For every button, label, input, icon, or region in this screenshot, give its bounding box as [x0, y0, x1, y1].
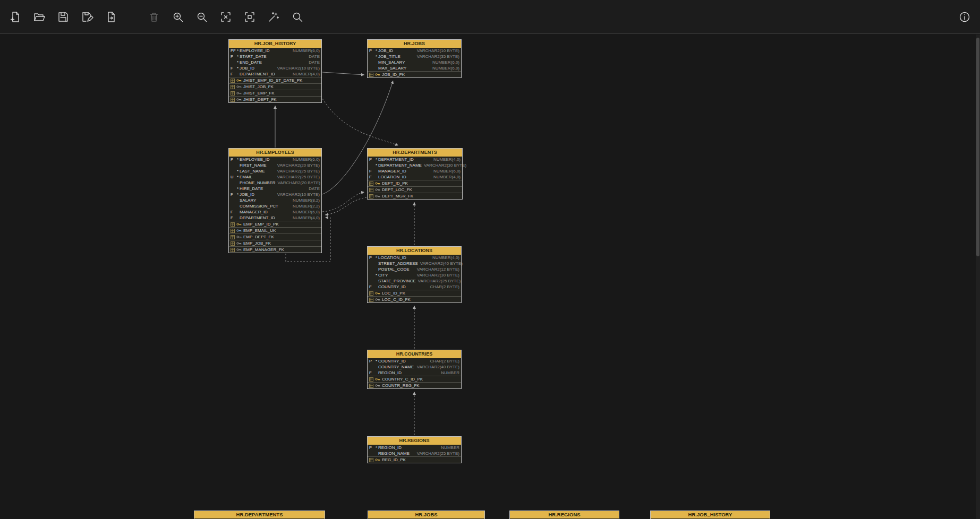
key-name: COUNTRY_C_ID_PK	[382, 377, 423, 382]
column-type: NUMBER(6,0)	[431, 169, 461, 174]
column-name: REGION_NAME	[378, 451, 410, 456]
key-row: JHIST_EMP_FK	[229, 90, 321, 96]
table-title: HR.EMPLOYEES	[229, 149, 321, 157]
column-flags: F	[231, 192, 237, 197]
entity-table-hr-job-history[interactable]: HR.JOB_HISTORYPF*EMPLOYEE_IDNUMBER(6,0)P…	[228, 39, 322, 103]
column-flags: P	[231, 157, 237, 162]
column-name: MIN_SALARY	[378, 60, 405, 65]
column-type: NUMBER(6,0)	[430, 66, 459, 71]
new-diagram-button[interactable]	[5, 7, 25, 27]
key-row: LOC_ID_PK	[368, 290, 461, 296]
save-icon	[57, 11, 70, 23]
column-name: EMAIL	[240, 175, 252, 179]
column-flags: P	[231, 54, 237, 59]
column-name: FIRST_NAME	[240, 163, 267, 168]
delete-button[interactable]	[144, 7, 164, 27]
column-row: P*COUNTRY_IDCHAR(2 BYTE)	[368, 358, 461, 364]
entity-table-hr-regions[interactable]: HR.REGIONSP*REGION_IDNUMBERREGION_NAMEVA…	[367, 436, 462, 463]
connector-jhist-job-fk[interactable]	[322, 72, 364, 75]
relationship-layer	[0, 0, 980, 519]
fk-key-icon	[375, 187, 380, 192]
key-name: JOB_ID_PK	[382, 72, 405, 77]
column-type: VARCHAR2(10 BYTE)	[415, 48, 459, 53]
column-flags: F	[231, 210, 237, 214]
index-grid-icon	[369, 458, 373, 462]
column-flags: P	[369, 255, 376, 260]
entity-table-hr-countries[interactable]: HR.COUNTRIESP*COUNTRY_IDCHAR(2 BYTE)COUN…	[367, 350, 462, 389]
key-name: EMP_JOB_FK	[243, 241, 271, 246]
column-row: COMMISSION_PCTNUMBER(2,2)	[229, 203, 321, 209]
column-row: FIRST_NAMEVARCHAR2(20 BYTE)	[229, 162, 321, 168]
column-row: MIN_SALARYNUMBER(6,0)	[368, 59, 461, 65]
column-type: VARCHAR2(40 BYTE)	[418, 261, 463, 266]
pk-key-icon	[375, 291, 380, 296]
column-type: NUMBER(6,0)	[291, 157, 320, 162]
index-grid-icon	[231, 98, 235, 102]
key-row: JHIST_EMP_ID_ST_DATE_PK	[229, 77, 321, 83]
connector-emp-dept-fk[interactable]	[322, 192, 364, 212]
column-type: NUMBER(4,0)	[431, 175, 461, 179]
index-grid-icon	[369, 188, 373, 192]
new-diagram-icon	[9, 11, 22, 23]
zoom-out-icon	[195, 11, 208, 23]
column-name: EMPLOYEE_ID	[240, 48, 269, 53]
entity-table-hr-locations[interactable]: HR.LOCATIONSP*LOCATION_IDNUMBER(4,0)STRE…	[367, 246, 462, 303]
key-name: DEPT_MGR_FK	[382, 194, 413, 198]
zoom-in-button[interactable]	[168, 7, 188, 27]
auto-layout-button[interactable]	[263, 7, 284, 27]
vertical-scrollbar[interactable]	[976, 34, 980, 519]
fit-screen-button[interactable]	[240, 7, 260, 27]
index-grid-icon	[231, 91, 235, 96]
key-row: COUNTR_REG_FK	[368, 382, 461, 388]
entity-table-partial-hr-jobs[interactable]: HR.JOBS	[368, 511, 485, 519]
column-flags: F	[231, 215, 237, 220]
auto-layout-icon	[267, 11, 280, 23]
column-type: CHAR(2 BYTE)	[428, 359, 459, 364]
entity-table-hr-employees[interactable]: HR.EMPLOYEESP*EMPLOYEE_IDNUMBER(6,0)FIRS…	[228, 148, 322, 253]
column-name: JOB_TITLE	[378, 54, 400, 59]
fit-screen-icon	[243, 11, 256, 23]
column-row: PHONE_NUMBERVARCHAR2(20 BYTE)	[229, 180, 321, 186]
open-button[interactable]	[29, 7, 49, 27]
column-row: MAX_SALARYNUMBER(6,0)	[368, 65, 461, 71]
column-name: DEPARTMENT_ID	[240, 215, 275, 220]
connector-dept-mgr-fk[interactable]	[325, 197, 367, 215]
key-row: REG_ID_PK	[368, 456, 461, 463]
save-button[interactable]	[53, 7, 73, 27]
entity-table-hr-departments[interactable]: HR.DEPARTMENTSP*DEPARTMENT_IDNUMBER(4,0)…	[367, 148, 463, 200]
column-type: VARCHAR2(20 BYTE)	[275, 163, 320, 168]
column-type: VARCHAR2(10 BYTE)	[275, 192, 320, 197]
column-name: POSTAL_CODE	[378, 267, 410, 272]
entity-table-hr-jobs[interactable]: HR.JOBSP*JOB_IDVARCHAR2(10 BYTE)*JOB_TIT…	[367, 39, 462, 78]
entity-table-partial-hr-departments[interactable]: HR.DEPARTMENTS	[194, 511, 325, 519]
column-name: EMPLOYEE_ID	[240, 157, 269, 162]
column-flags: F	[369, 169, 376, 174]
column-name: REGION_ID	[378, 445, 402, 450]
column-row: FCOUNTRY_IDCHAR(2 BYTE)	[368, 284, 461, 290]
zoom-to-fit-icon	[219, 11, 232, 23]
entity-table-partial-hr-regions[interactable]: HR.REGIONS	[509, 511, 619, 519]
column-type: VARCHAR2(25 BYTE)	[275, 169, 320, 174]
column-row: STREET_ADDRESSVARCHAR2(40 BYTE)	[368, 261, 461, 266]
export-button[interactable]	[101, 7, 121, 27]
connector-jhist-dept-fk[interactable]	[322, 99, 398, 145]
key-name: REG_ID_PK	[382, 457, 406, 462]
pk-key-icon	[375, 72, 380, 77]
vertical-scrollbar-thumb[interactable]	[976, 38, 979, 256]
entity-table-partial-hr-job-history[interactable]: HR.JOB_HISTORY	[650, 511, 770, 519]
table-title: HR.COUNTRIES	[368, 350, 461, 358]
column-name: SALARY	[240, 198, 256, 203]
zoom-to-fit-button[interactable]	[216, 7, 236, 27]
column-name: COUNTRY_ID	[378, 284, 406, 289]
zoom-out-button[interactable]	[192, 7, 212, 27]
diagram-canvas[interactable]: HR.JOB_HISTORYPF*EMPLOYEE_IDNUMBER(6,0)P…	[0, 0, 980, 519]
key-name: JHIST_EMP_FK	[243, 91, 275, 96]
search-button[interactable]	[287, 7, 308, 27]
info-button[interactable]	[955, 7, 975, 27]
column-row: P*JOB_IDVARCHAR2(10 BYTE)	[368, 48, 461, 54]
column-row: FMANAGER_IDNUMBER(6,0)	[368, 168, 462, 174]
column-name: JOB_ID	[240, 66, 254, 71]
zoom-in-icon	[172, 11, 184, 23]
open-icon	[33, 11, 46, 23]
save-as-button[interactable]	[77, 7, 97, 27]
